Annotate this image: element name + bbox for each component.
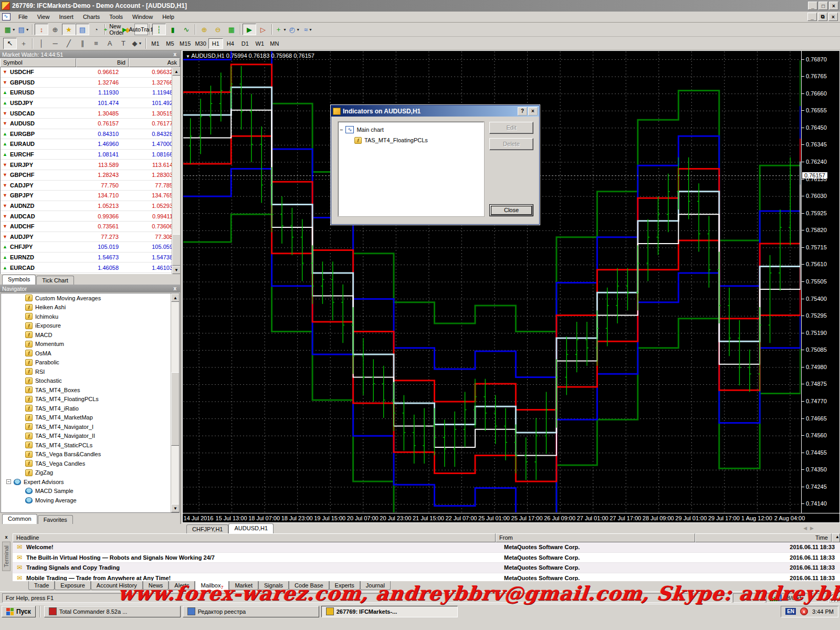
text-tool-button[interactable]: T [117,38,130,49]
navigator-item-tas-vega-candles[interactable]: fTAS_Vega Candles [1,459,179,468]
market-watch-row-euraud[interactable]: ▲EURAUD1.469601.47000 [1,139,180,150]
candlestick-mode-button[interactable]: ▮ [166,24,180,35]
collapse-icon[interactable]: − [6,479,11,484]
timeframe-m30[interactable]: M30 [193,38,208,49]
market-watch-row-eurcad[interactable]: ▲EURCAD1.460581.46103 [1,262,180,273]
cursor-tool-button[interactable]: ↖ [3,38,17,49]
fibonacci-tool-button[interactable]: ≡ [89,38,103,49]
mailbox-row-3[interactable]: ✉Mobile Trading — Trade from Anywhere at… [13,573,840,581]
scroll-up-icon[interactable]: ▲ [171,293,180,302]
strategy-tester-button[interactable]: ◔ [89,24,103,35]
dialog-help-icon[interactable]: ? [518,107,527,116]
close-button[interactable]: Close [489,204,533,216]
chart-dropdown-icon[interactable]: ▼ [186,54,191,59]
terminal-tab-exposure[interactable]: Exposure [55,581,90,590]
navigator-item-tas-mt4-boxes[interactable]: fTAS_MT4_Boxes [1,385,179,395]
tab-favorites[interactable]: Favorites [38,515,73,524]
market-watch-row-gbpusd[interactable]: ▼GBPUSD1.327461.32766 [1,78,180,88]
task-267769-ifcmarkets[interactable]: 267769: IFCMarkets-... [321,606,458,617]
timeframe-m1[interactable]: M1 [148,38,163,49]
tab-scroll-left-icon[interactable]: ◀ [803,526,807,531]
menu-file[interactable]: File [14,13,33,21]
scroll-down-icon[interactable]: ▼ [172,266,180,274]
market-watch-row-eurgbp[interactable]: ▲EURGBP0.843100.84328 [1,129,180,140]
navigator-item-stochastic[interactable]: fStochastic [1,376,179,386]
market-watch-row-usdjpy[interactable]: ▲USDJPY101.474101.492 [1,98,180,109]
dialog-close-icon[interactable]: × [528,107,538,116]
new-chart-button[interactable]: ▦▼ [3,24,17,35]
chart-profiles-button[interactable]: ▤▼ [17,24,30,35]
navigator-item-expert-advisors[interactable]: −Expert Advisors [1,477,179,487]
navigator-item-iexposure[interactable]: fiExposure [1,321,179,331]
tree-item-main-chart[interactable]: − ∿ Main chart [340,124,482,135]
terminal-toggle-button[interactable]: ▤ [76,24,89,35]
navigator-item-tas-mt4-navigator-ii[interactable]: fTAS_MT4_Navigator_II [1,432,179,441]
indicators-add-button[interactable]: ＋▼ [274,24,288,35]
market-watch-row-chfjpy[interactable]: ▲CHFJPY105.019105.059 [1,242,180,253]
column-bid[interactable]: Bid [76,58,129,67]
navigator-toggle-button[interactable]: ★ [62,24,76,35]
menu-view[interactable]: View [33,13,55,21]
indicators-dialog[interactable]: Indicators on AUDUSD,H1 ? × − ∿ Main cha… [331,105,540,225]
navigator-item-tas-mt4-iratio[interactable]: fTAS_MT4_iRatio [1,404,179,413]
child-minimize-button[interactable]: _ [807,13,817,21]
chart-shift-button[interactable]: ▷ [256,24,270,35]
navigator-item-tas-mt4-marketmap[interactable]: fTAS_MT4_MarketMap [1,413,179,423]
task-[interactable]: Редактор реестра [183,606,319,617]
market-watch-row-usdchf[interactable]: ▼USDCHF0.966120.96632 [1,67,180,78]
market-watch-row-eurjpy[interactable]: ▼EURJPY113.589113.614 [1,160,180,170]
menu-charts[interactable]: Charts [78,13,104,21]
scroll-down-icon[interactable]: ▼ [171,504,180,512]
navigator-close-icon[interactable]: x [172,286,178,291]
navigator-item-osma[interactable]: fOsMA [1,349,179,358]
navigator-item-tas-mt4-navigator-i[interactable]: fTAS_MT4_Navigator_I [1,422,179,432]
market-watch-row-eurusd[interactable]: ▲EURUSD1.119301.11948 [1,88,180,98]
timeframe-d1[interactable]: D1 [238,38,253,49]
navigator-item-macd-sample[interactable]: MACD Sample [1,487,179,496]
timeframe-h4[interactable]: H4 [223,38,238,49]
periods-button[interactable]: ◴▼ [288,24,301,35]
column-time[interactable]: Time [695,533,832,542]
tree-item-indicator[interactable]: f TAS_MT4_FloatingPCLs [340,135,482,145]
navigator-item-macd[interactable]: fMACD [1,330,179,340]
navigator-item-ichimoku[interactable]: fIchimoku [1,312,179,321]
market-watch-row-cadjpy[interactable]: ▼CADJPY77.75077.785 [1,181,180,191]
menu-window[interactable]: Window [128,13,158,21]
security-shield-icon[interactable]: x [800,607,808,615]
menu-insert[interactable]: Insert [54,13,78,21]
market-watch-row-eurchf[interactable]: ▲EURCHF1.081411.08166 [1,150,180,160]
horizontal-line-tool-button[interactable]: ─ [48,38,62,49]
navigator-item-parabolic[interactable]: fParabolic [1,358,179,368]
tab-symbols[interactable]: Symbols [2,275,36,285]
navigator-item-heiken-ashi[interactable]: fHeiken Ashi [1,303,179,312]
autotrading-button[interactable]: ▶AutoTrading [134,24,148,35]
child-restore-button[interactable]: ⧉ [818,13,827,21]
mailbox-row-1[interactable]: ✉The Built-in Virtual Hosting — Robots a… [13,553,840,563]
column-headline[interactable]: Headline [13,533,496,542]
templates-button[interactable]: ≈▼ [301,24,315,35]
market-watch-scrollbar[interactable]: ▲ ▼ [172,67,180,274]
navigator-scrollbar[interactable]: ▲ ▼ [171,293,179,512]
market-watch-header[interactable]: Market Watch: 14:44:51 x [0,50,180,58]
timeframe-h1[interactable]: H1 [208,38,223,49]
tile-windows-button[interactable]: ▦ [225,24,238,35]
chart-tab-chfjpy-h1[interactable]: CHFJPY,H1 [186,524,228,533]
task-total-commander-8-52a[interactable]: Total Commander 8.52a ... [44,606,181,617]
channel-tool-button[interactable]: ∥ [76,38,89,49]
bar-chart-mode-button[interactable]: ┆ [152,24,166,35]
collapse-icon[interactable]: − [340,127,343,133]
chart-tab-audusd-h1[interactable]: AUDUSD,H1 [228,523,274,533]
market-watch-row-gbpchf[interactable]: ▼GBPCHF1.282431.28303 [1,170,180,181]
menu-tools[interactable]: Tools [104,13,128,21]
shapes-tool-button[interactable]: ◆▼ [130,38,144,49]
terminal-tab-trade[interactable]: Trade [28,581,55,590]
timeframe-m5[interactable]: M5 [163,38,177,49]
market-watch-row-audjpy[interactable]: ▼AUDJPY77.27377.308 [1,232,180,243]
navigator-item-tas-mt4-floatingpcls[interactable]: fTAS_MT4_FloatingPCLs [1,395,179,404]
auto-scroll-button[interactable]: ▶ [243,24,256,35]
scroll-up-icon[interactable]: ▲ [172,67,180,76]
mailbox-row-2[interactable]: ✉Trading Signals and Copy TradingMetaQuo… [13,563,840,573]
mailbox-row-0[interactable]: ✉Welcome!MetaQuotes Software Corp.2016.0… [13,542,840,553]
market-watch-close-icon[interactable]: x [172,51,178,57]
close-button[interactable]: × [829,2,838,10]
